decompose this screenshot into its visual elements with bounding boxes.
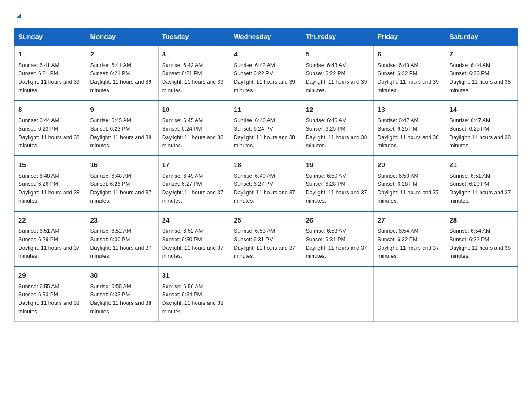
- calendar-cell: [446, 266, 517, 321]
- day-info: Sunrise: 6:48 AMSunset: 6:26 PMDaylight:…: [90, 173, 151, 204]
- calendar-week-row: 29 Sunrise: 6:55 AMSunset: 6:33 PMDaylig…: [15, 266, 518, 321]
- day-info: Sunrise: 6:53 AMSunset: 6:31 PMDaylight:…: [234, 228, 295, 259]
- calendar-cell: 9 Sunrise: 6:45 AMSunset: 6:23 PMDayligh…: [86, 101, 158, 156]
- calendar-header-friday: Friday: [374, 28, 446, 46]
- day-info: Sunrise: 6:44 AMSunset: 6:23 PMDaylight:…: [450, 62, 511, 94]
- calendar-cell: 2 Sunrise: 6:41 AMSunset: 6:21 PMDayligh…: [86, 45, 158, 101]
- calendar-cell: 23 Sunrise: 6:52 AMSunset: 6:30 PMDaylig…: [86, 211, 158, 267]
- day-number: 17: [162, 160, 226, 170]
- calendar-cell: 7 Sunrise: 6:44 AMSunset: 6:23 PMDayligh…: [446, 45, 517, 101]
- calendar-table: SundayMondayTuesdayWednesdayThursdayFrid…: [14, 28, 518, 322]
- day-number: 27: [378, 215, 442, 226]
- calendar-header-tuesday: Tuesday: [158, 28, 230, 46]
- calendar-cell: 21 Sunrise: 6:51 AMSunset: 6:29 PMDaylig…: [446, 156, 517, 211]
- day-number: 5: [306, 49, 370, 60]
- logo: [14, 11, 23, 21]
- logo-triangle-icon: [15, 11, 23, 19]
- day-info: Sunrise: 6:43 AMSunset: 6:22 PMDaylight:…: [306, 62, 367, 94]
- day-info: Sunrise: 6:45 AMSunset: 6:23 PMDaylight:…: [90, 117, 151, 149]
- day-info: Sunrise: 6:49 AMSunset: 6:27 PMDaylight:…: [162, 173, 223, 204]
- day-info: Sunrise: 6:45 AMSunset: 6:24 PMDaylight:…: [162, 117, 223, 149]
- calendar-cell: 8 Sunrise: 6:44 AMSunset: 6:23 PMDayligh…: [15, 101, 86, 156]
- day-info: Sunrise: 6:42 AMSunset: 6:22 PMDaylight:…: [234, 62, 295, 94]
- day-number: 20: [378, 160, 442, 170]
- calendar-cell: 28 Sunrise: 6:54 AMSunset: 6:32 PMDaylig…: [446, 211, 517, 267]
- day-info: Sunrise: 6:47 AMSunset: 6:25 PMDaylight:…: [450, 117, 511, 149]
- day-number: 18: [234, 160, 298, 170]
- day-info: Sunrise: 6:46 AMSunset: 6:24 PMDaylight:…: [234, 117, 295, 149]
- calendar-week-row: 1 Sunrise: 6:41 AMSunset: 6:21 PMDayligh…: [15, 45, 518, 101]
- calendar-header-sunday: Sunday: [15, 28, 86, 46]
- calendar-cell: 27 Sunrise: 6:54 AMSunset: 6:32 PMDaylig…: [374, 211, 446, 267]
- day-info: Sunrise: 6:52 AMSunset: 6:30 PMDaylight:…: [90, 228, 151, 259]
- day-number: 30: [90, 270, 154, 281]
- day-info: Sunrise: 6:56 AMSunset: 6:34 PMDaylight:…: [162, 283, 223, 315]
- day-info: Sunrise: 6:54 AMSunset: 6:32 PMDaylight:…: [450, 228, 511, 259]
- day-number: 10: [162, 105, 226, 115]
- day-number: 25: [234, 215, 298, 226]
- day-number: 12: [306, 105, 370, 115]
- calendar-cell: 29 Sunrise: 6:55 AMSunset: 6:33 PMDaylig…: [15, 266, 86, 321]
- day-info: Sunrise: 6:55 AMSunset: 6:33 PMDaylight:…: [18, 283, 80, 315]
- day-info: Sunrise: 6:50 AMSunset: 6:28 PMDaylight:…: [306, 173, 367, 204]
- day-number: 26: [306, 215, 370, 226]
- day-number: 28: [450, 215, 514, 226]
- calendar-cell: [302, 266, 373, 321]
- calendar-header-wednesday: Wednesday: [230, 28, 302, 46]
- calendar-cell: 30 Sunrise: 6:55 AMSunset: 6:33 PMDaylig…: [86, 266, 158, 321]
- calendar-cell: 3 Sunrise: 6:42 AMSunset: 6:21 PMDayligh…: [158, 45, 230, 101]
- day-number: 7: [450, 49, 514, 60]
- day-info: Sunrise: 6:47 AMSunset: 6:25 PMDaylight:…: [378, 117, 439, 149]
- calendar-week-row: 15 Sunrise: 6:48 AMSunset: 6:26 PMDaylig…: [15, 156, 518, 211]
- calendar-cell: 10 Sunrise: 6:45 AMSunset: 6:24 PMDaylig…: [158, 101, 230, 156]
- day-number: 19: [306, 160, 370, 170]
- calendar-cell: 18 Sunrise: 6:49 AMSunset: 6:27 PMDaylig…: [230, 156, 302, 211]
- day-number: 21: [450, 160, 514, 170]
- day-number: 6: [378, 49, 442, 60]
- day-info: Sunrise: 6:55 AMSunset: 6:33 PMDaylight:…: [90, 283, 151, 315]
- day-info: Sunrise: 6:43 AMSunset: 6:22 PMDaylight:…: [378, 62, 439, 94]
- calendar-cell: 5 Sunrise: 6:43 AMSunset: 6:22 PMDayligh…: [302, 45, 373, 101]
- day-info: Sunrise: 6:52 AMSunset: 6:30 PMDaylight:…: [162, 228, 223, 259]
- calendar-cell: 26 Sunrise: 6:53 AMSunset: 6:31 PMDaylig…: [302, 211, 373, 267]
- calendar-cell: 24 Sunrise: 6:52 AMSunset: 6:30 PMDaylig…: [158, 211, 230, 267]
- day-info: Sunrise: 6:51 AMSunset: 6:29 PMDaylight:…: [18, 228, 80, 259]
- day-info: Sunrise: 6:42 AMSunset: 6:21 PMDaylight:…: [162, 62, 223, 94]
- calendar-header-monday: Monday: [86, 28, 158, 46]
- calendar-cell: 22 Sunrise: 6:51 AMSunset: 6:29 PMDaylig…: [15, 211, 86, 267]
- day-info: Sunrise: 6:41 AMSunset: 6:21 PMDaylight:…: [90, 62, 151, 94]
- calendar-cell: 1 Sunrise: 6:41 AMSunset: 6:21 PMDayligh…: [15, 45, 86, 101]
- day-info: Sunrise: 6:44 AMSunset: 6:23 PMDaylight:…: [18, 117, 80, 149]
- day-info: Sunrise: 6:50 AMSunset: 6:28 PMDaylight:…: [378, 173, 439, 204]
- calendar-header-thursday: Thursday: [302, 28, 373, 46]
- day-number: 1: [18, 49, 82, 60]
- day-number: 16: [90, 160, 154, 170]
- calendar-cell: 11 Sunrise: 6:46 AMSunset: 6:24 PMDaylig…: [230, 101, 302, 156]
- day-number: 14: [450, 105, 514, 115]
- day-info: Sunrise: 6:53 AMSunset: 6:31 PMDaylight:…: [306, 228, 367, 259]
- day-number: 24: [162, 215, 226, 226]
- day-number: 3: [162, 49, 226, 60]
- day-info: Sunrise: 6:46 AMSunset: 6:25 PMDaylight:…: [306, 117, 367, 149]
- calendar-cell: 17 Sunrise: 6:49 AMSunset: 6:27 PMDaylig…: [158, 156, 230, 211]
- day-info: Sunrise: 6:54 AMSunset: 6:32 PMDaylight:…: [378, 228, 439, 259]
- day-number: 23: [90, 215, 154, 226]
- day-number: 9: [90, 105, 154, 115]
- calendar-week-row: 8 Sunrise: 6:44 AMSunset: 6:23 PMDayligh…: [15, 101, 518, 156]
- day-number: 22: [18, 215, 82, 226]
- calendar-cell: 31 Sunrise: 6:56 AMSunset: 6:34 PMDaylig…: [158, 266, 230, 321]
- day-number: 2: [90, 49, 154, 60]
- day-number: 15: [18, 160, 82, 170]
- day-info: Sunrise: 6:41 AMSunset: 6:21 PMDaylight:…: [18, 62, 80, 94]
- calendar-cell: [230, 266, 302, 321]
- calendar-cell: 25 Sunrise: 6:53 AMSunset: 6:31 PMDaylig…: [230, 211, 302, 267]
- day-number: 11: [234, 105, 298, 115]
- calendar-cell: 19 Sunrise: 6:50 AMSunset: 6:28 PMDaylig…: [302, 156, 373, 211]
- page-header: [14, 11, 518, 21]
- day-number: 29: [18, 270, 82, 281]
- calendar-cell: 12 Sunrise: 6:46 AMSunset: 6:25 PMDaylig…: [302, 101, 373, 156]
- day-number: 13: [378, 105, 442, 115]
- calendar-cell: 14 Sunrise: 6:47 AMSunset: 6:25 PMDaylig…: [446, 101, 517, 156]
- calendar-cell: 20 Sunrise: 6:50 AMSunset: 6:28 PMDaylig…: [374, 156, 446, 211]
- calendar-header-row: SundayMondayTuesdayWednesdayThursdayFrid…: [15, 28, 518, 46]
